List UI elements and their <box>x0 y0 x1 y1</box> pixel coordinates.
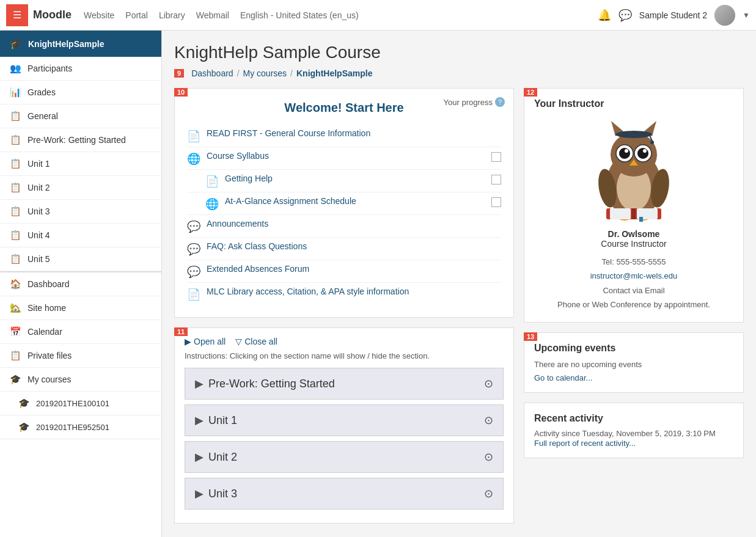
chat-icon[interactable]: 💬 <box>618 9 632 22</box>
course-item-absences: 💬 Extended Absences Forum <box>187 260 501 283</box>
instructor-section-title: Your Instructor <box>534 98 733 109</box>
recent-section: Recent activity Activity since Tuesday, … <box>524 403 744 458</box>
faq-icon: 💬 <box>187 243 200 256</box>
user-dropdown-icon[interactable]: ▼ <box>743 11 750 20</box>
graduation-icon: 🎓 <box>10 38 22 49</box>
sidebar-item-unit3[interactable]: 📋 Unit 3 <box>0 200 161 224</box>
unit2-label: Unit 2 <box>208 451 237 464</box>
nav-website[interactable]: Website <box>84 10 114 20</box>
open-all-arrow-icon: ▶ <box>185 337 191 346</box>
sidebar-unit4-label: Unit 4 <box>28 230 50 240</box>
svg-point-9 <box>625 149 628 153</box>
unit5-icon: 📋 <box>10 254 21 265</box>
prework-icon: 📋 <box>10 134 21 145</box>
unit-prework-radio-icon[interactable]: ⊙ <box>484 377 493 390</box>
avatar[interactable] <box>714 5 735 26</box>
nav-webmail[interactable]: Webmail <box>196 10 229 20</box>
close-all-button[interactable]: ▽ Close all <box>235 337 277 346</box>
instructor-phone-note: Phone or Web Conference by appointment. <box>534 298 733 312</box>
nav-language[interactable]: English - United States (en_us) <box>240 10 359 20</box>
sidebar-item-unit4[interactable]: 📋 Unit 4 <box>0 224 161 247</box>
user-name[interactable]: Sample Student 2 <box>639 10 707 20</box>
sidebar-item-unit5[interactable]: 📋 Unit 5 <box>0 247 161 271</box>
readfirst-link[interactable]: READ FIRST - General Course Information <box>207 128 501 138</box>
unit1-radio-icon[interactable]: ⊙ <box>484 414 493 427</box>
ataglance-link[interactable]: At-A-Glance Assignment Schedule <box>225 196 485 206</box>
welcome-section: 10 Your progress ? Welcome! Start Here 📄… <box>174 88 514 318</box>
unit-row-unit3[interactable]: ▶ Unit 3 ⊙ <box>185 478 504 510</box>
sidebar-calendar-label: Calendar <box>28 327 62 337</box>
breadcrumb-sep2: / <box>290 68 293 78</box>
breadcrumb-sep1: / <box>237 68 240 78</box>
unit-row-prework[interactable]: ▶ Pre-Work: Getting Started ⊙ <box>185 368 504 400</box>
calendar-icon: 📅 <box>10 326 21 337</box>
course-item-syllabus: 🌐 Course Syllabus <box>187 147 501 170</box>
dashboard-icon: 🏠 <box>10 279 21 290</box>
sidebar-item-unit2[interactable]: 📋 Unit 2 <box>0 176 161 200</box>
participants-icon: 👥 <box>10 63 21 74</box>
svg-point-23 <box>650 141 654 144</box>
syllabus-link[interactable]: Course Syllabus <box>207 151 485 161</box>
ataglance-checkbox[interactable] <box>491 197 501 207</box>
sidebar-item-prework[interactable]: 📋 Pre-Work: Getting Started <box>0 128 161 152</box>
sidebar-grades-label: Grades <box>28 87 56 97</box>
breadcrumb-knighthelp[interactable]: KnightHelpSample <box>296 68 372 78</box>
course-item-faq: 💬 FAQ: Ask Class Questions <box>187 238 501 260</box>
sidebar-item-general[interactable]: 📋 General <box>0 104 161 128</box>
instructor-tel: Tel: 555-555-5555 <box>534 255 733 269</box>
absences-link[interactable]: Extended Absences Forum <box>207 264 501 274</box>
grades-icon: 📊 <box>10 87 21 98</box>
sidebar-item-mycourses[interactable]: 🎓 My courses <box>0 368 161 392</box>
hamburger-button[interactable]: ☰ <box>6 4 28 26</box>
ataglance-icon: 🌐 <box>205 197 219 211</box>
sidebar-item-course2[interactable]: 🎓 2019201THE952501 <box>0 415 161 439</box>
nav-portal[interactable]: Portal <box>125 10 148 20</box>
progress-info-icon[interactable]: ? <box>495 97 505 107</box>
gettinghelp-checkbox[interactable] <box>491 175 501 184</box>
privatefiles-icon: 📋 <box>10 350 21 361</box>
unit-row-unit2[interactable]: ▶ Unit 2 ⊙ <box>185 441 504 473</box>
unit2-icon: 📋 <box>10 182 21 193</box>
sidebar-course-label: KnightHelpSample <box>28 39 104 49</box>
notification-bell-icon[interactable]: 🔔 <box>598 9 611 22</box>
svg-rect-21 <box>626 131 642 136</box>
sidebar-item-course1[interactable]: 🎓 2019201THE100101 <box>0 392 161 415</box>
syllabus-checkbox[interactable] <box>491 152 501 162</box>
faq-link[interactable]: FAQ: Ask Class Questions <box>207 241 501 251</box>
unit1-arrow-icon: ▶ <box>195 414 204 427</box>
sidebar-course-header[interactable]: 🎓 KnightHelpSample <box>0 31 161 57</box>
sidebar-item-calendar[interactable]: 📅 Calendar <box>0 320 161 344</box>
nav-library[interactable]: Library <box>159 10 185 20</box>
unit1-label: Unit 1 <box>208 414 237 427</box>
content-right: 12 Your Instructor <box>524 88 744 526</box>
unit3-icon: 📋 <box>10 206 21 217</box>
unit4-icon: 📋 <box>10 230 21 241</box>
gettinghelp-link[interactable]: Getting Help <box>225 174 485 183</box>
sidebar-item-participants[interactable]: 👥 Participants <box>0 57 161 81</box>
instructor-email[interactable]: instructor@mlc-wels.edu <box>590 271 678 280</box>
svg-point-8 <box>637 148 648 159</box>
unit3-radio-icon[interactable]: ⊙ <box>484 487 493 500</box>
sidebar-item-grades[interactable]: 📊 Grades <box>0 81 161 104</box>
full-report-link[interactable]: Full report of recent activity... <box>534 439 636 448</box>
unit2-radio-icon[interactable]: ⊙ <box>484 450 493 464</box>
page-title: KnightHelp Sample Course <box>174 43 744 62</box>
open-all-button[interactable]: ▶ Open all <box>185 337 226 346</box>
sidebar-item-unit1[interactable]: 📋 Unit 1 <box>0 152 161 176</box>
unit-row-unit1[interactable]: ▶ Unit 1 ⊙ <box>185 404 504 436</box>
go-to-calendar-link[interactable]: Go to calendar... <box>534 373 592 382</box>
sidebar-item-privatefiles[interactable]: 📋 Private files <box>0 344 161 368</box>
units-badge: 11 <box>174 327 188 336</box>
avatar-image <box>714 5 735 26</box>
close-all-arrow-icon: ▽ <box>235 337 242 346</box>
announcements-link[interactable]: Announcements <box>207 219 501 228</box>
breadcrumb-dashboard[interactable]: Dashboard <box>191 68 233 78</box>
breadcrumb-mycourses[interactable]: My courses <box>243 68 287 78</box>
sidebar-item-sitehome[interactable]: 🏡 Site home <box>0 296 161 320</box>
sidebar-item-dashboard[interactable]: 🏠 Dashboard <box>0 272 161 296</box>
library-link[interactable]: MLC Library access, Citation, & APA styl… <box>207 287 501 296</box>
absences-icon: 💬 <box>187 265 200 279</box>
close-all-label: Close all <box>244 337 277 346</box>
owl-illustration <box>594 118 673 222</box>
sidebar-unit2-label: Unit 2 <box>28 183 50 192</box>
